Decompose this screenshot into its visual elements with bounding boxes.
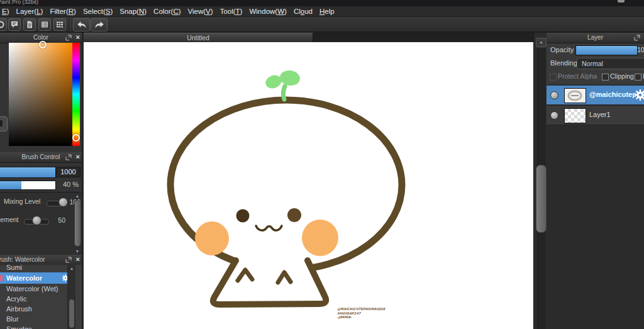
gear-icon[interactable] <box>634 89 644 101</box>
scroll-up-button[interactable]: ▲ <box>536 38 547 47</box>
app-window: Paint Pro (32bit) E) Layer(L) Filter(R) … <box>0 0 644 329</box>
opacity-label: Opacity <box>550 46 574 53</box>
material-panel-button[interactable] <box>38 18 51 31</box>
grid-table-icon <box>55 20 64 29</box>
brush-control-header: Brush Control × <box>0 152 82 163</box>
artist-signature: @MAICHICUTEPHOMAIQUE #HOIDAP247 -JIMMIE- <box>337 307 386 320</box>
brush-item-airbrush[interactable]: Airbrush <box>0 304 67 314</box>
redo-icon <box>93 20 106 30</box>
undo-button[interactable] <box>73 18 90 31</box>
window-title: Paint Pro (32bit) <box>0 0 38 5</box>
layer-row-selected[interactable]: @maichicutep <box>547 86 644 104</box>
undo-icon <box>75 20 88 30</box>
brush-list: Sumi Watercolor Watercolor (Wet) Acrylic… <box>0 265 82 329</box>
scrollbar-thumb[interactable] <box>536 165 547 233</box>
layer-row[interactable]: Layer1 <box>547 105 644 125</box>
menu-item-filter[interactable]: Filter(R) <box>50 8 76 15</box>
layer-visibility-dot[interactable] <box>550 91 558 99</box>
layer-opacity-slider[interactable] <box>575 45 638 55</box>
brush-item-acrylic[interactable]: Acrylic <box>0 294 67 304</box>
menu-item-tool[interactable]: Tool(T) <box>220 8 243 15</box>
sprout-stem <box>283 86 285 99</box>
layer-visibility-dot[interactable] <box>550 111 558 120</box>
layer-panel-title: Layer <box>587 34 603 41</box>
scrollbar-thumb[interactable] <box>74 200 81 247</box>
lock-checkbox[interactable] <box>635 74 641 81</box>
menu-item-edit[interactable]: E) <box>2 8 9 15</box>
close-icon[interactable]: × <box>76 152 80 162</box>
brush-item-watercolor-wet[interactable]: Watercolor (Wet) <box>0 284 67 294</box>
param-value: 50 <box>53 216 65 224</box>
brush-list-scrollbar[interactable]: ▲ <box>67 265 75 329</box>
brush-color-tag <box>0 275 3 281</box>
scroll-up-icon[interactable]: ▲ <box>74 194 81 199</box>
menu-item-select[interactable]: Select(S) <box>83 8 113 15</box>
close-icon[interactable]: × <box>76 33 80 42</box>
saturation-value-picker[interactable] <box>9 43 72 146</box>
layer-panel-header: Layer <box>547 33 644 43</box>
menu-item-view[interactable]: View(V) <box>188 8 213 15</box>
cropped-floating-tool-button[interactable] <box>0 116 8 131</box>
brush-size-value[interactable]: 1000 <box>56 167 80 177</box>
toolbar-separator <box>69 18 70 31</box>
brush-control-title: Brush Control <box>21 153 60 160</box>
brush-item-blur[interactable]: Blur <box>0 314 67 324</box>
comment-button[interactable] <box>8 18 21 31</box>
color-panel-title: Color <box>33 34 48 41</box>
menu-item-snap[interactable]: Snap(N) <box>119 8 147 15</box>
brush-list-title: Brush: Watercolor <box>0 255 45 265</box>
blending-label: Blending <box>550 59 577 67</box>
right-blush <box>302 220 338 256</box>
layer-panel: Layer Opacity 100 Blending Normal Protec… <box>547 33 644 329</box>
brush-item-smudge[interactable]: Smudge <box>0 324 67 329</box>
popout-icon[interactable] <box>65 154 72 160</box>
scroll-down-icon[interactable]: ▼ <box>74 249 81 254</box>
layer-list: @maichicutep Layer1 <box>547 84 644 329</box>
layer-name: Layer1 <box>589 111 611 118</box>
redo-button[interactable] <box>91 18 108 31</box>
hue-slider[interactable] <box>72 43 80 146</box>
layer-thumbnail[interactable] <box>564 108 586 123</box>
sprout-leaf-right <box>279 69 301 87</box>
menu-item-color[interactable]: Color(C) <box>153 8 180 15</box>
blending-dropdown[interactable]: Normal <box>577 58 644 69</box>
canvas-vertical-scrollbar[interactable]: ▲ <box>533 33 547 329</box>
layer-opacity-value: 100 <box>637 46 644 53</box>
menu-item-window[interactable]: Window(W) <box>249 8 286 15</box>
speech-bubble-icon <box>10 20 19 29</box>
brush-opacity-fill <box>0 181 21 189</box>
minimize-button[interactable] <box>618 0 625 3</box>
scrollbar-thumb[interactable] <box>69 299 74 328</box>
scroll-up-icon[interactable]: ▲ <box>68 266 75 271</box>
brush-size-slider[interactable] <box>0 167 56 178</box>
sv-picker-cursor[interactable] <box>39 41 47 48</box>
brush-opacity-value: 40 % <box>57 181 79 188</box>
brush-parameters: Mixing Level 100 lement 50 ▲ ▼ <box>0 192 82 255</box>
cropped-tool-button[interactable] <box>0 18 7 31</box>
document-icon <box>25 20 34 29</box>
menu-item-help[interactable]: Help <box>319 8 335 15</box>
brush-item-sumi[interactable]: Sumi <box>0 265 67 272</box>
left-blush <box>195 221 229 255</box>
popout-icon[interactable] <box>634 35 640 41</box>
document-tab[interactable]: Untitled <box>84 33 313 42</box>
menu-item-cloud[interactable]: Cloud <box>294 8 313 15</box>
clipping-checkbox[interactable] <box>602 74 609 81</box>
close-icon[interactable]: × <box>76 255 80 264</box>
layer-thumbnail[interactable] <box>564 88 586 103</box>
brush-list-panel: Brush: Watercolor × Sumi Watercolor Wate… <box>0 255 82 329</box>
menu-item-layer[interactable]: Layer(L) <box>16 8 43 15</box>
popout-icon[interactable] <box>65 257 72 263</box>
document-tab-bar: Untitled <box>84 33 533 42</box>
param-slider-knob[interactable] <box>32 216 42 225</box>
document-button[interactable] <box>23 18 36 31</box>
brush-opacity-slider[interactable] <box>0 181 56 190</box>
brush-list-header: Brush: Watercolor × <box>0 255 82 265</box>
param-scrollbar[interactable]: ▲ ▼ <box>74 194 81 254</box>
grid-edit-button[interactable] <box>53 18 66 31</box>
popout-icon[interactable] <box>65 35 72 41</box>
hue-slider-cursor[interactable] <box>72 134 80 142</box>
brush-item-watercolor[interactable]: Watercolor <box>0 272 67 284</box>
drawing-canvas[interactable]: @MAICHICUTEPHOMAIQUE #HOIDAP247 -JIMMIE- <box>84 42 533 329</box>
protect-alpha-checkbox[interactable] <box>550 74 557 81</box>
